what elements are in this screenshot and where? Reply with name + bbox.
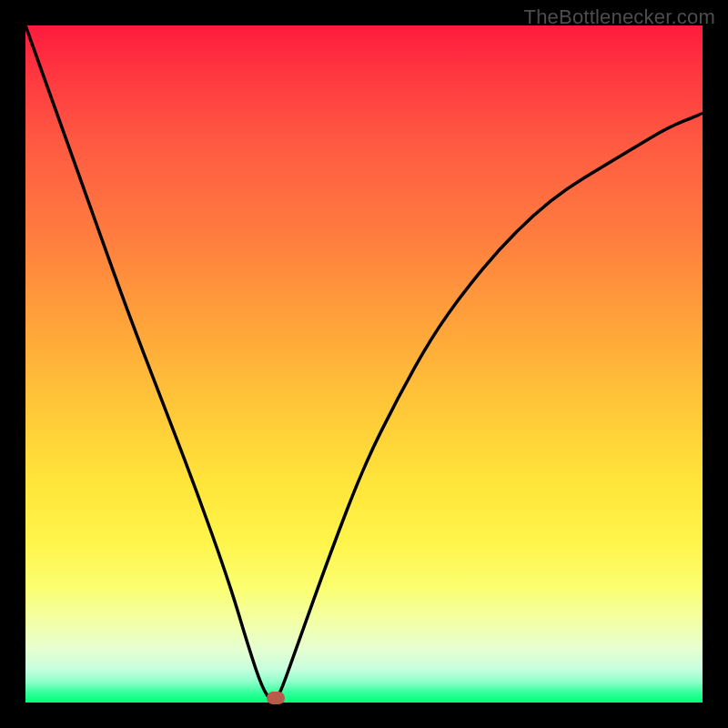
chart-frame: TheBottlenecker.com [0,0,728,728]
chart-svg [25,25,703,703]
plot-area [25,25,703,703]
bottleneck-curve [25,25,703,701]
optimal-point-marker [267,692,285,704]
